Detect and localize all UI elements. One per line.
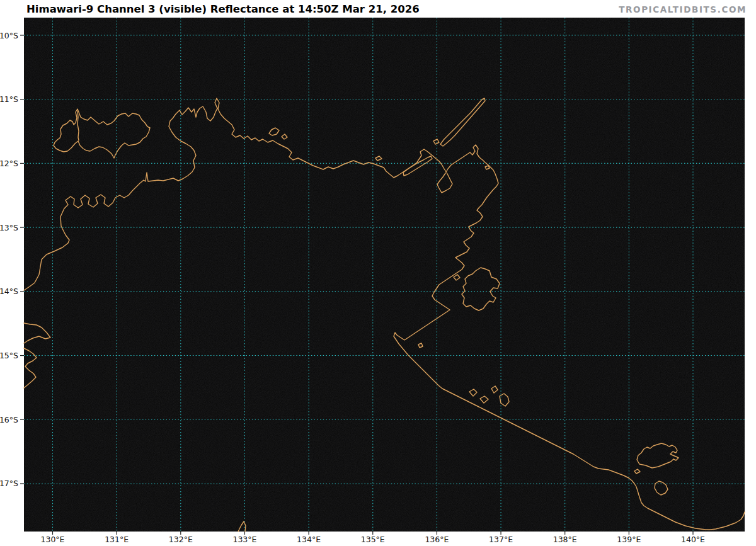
- lat-label: 12°S: [0, 159, 18, 168]
- lat-label: 15°S: [0, 351, 18, 360]
- lat-label: 13°S: [0, 223, 18, 232]
- lat-label: 17°S: [0, 479, 18, 488]
- lon-label: 133°E: [232, 535, 256, 544]
- lon-label: 137°E: [489, 535, 513, 544]
- lat-label: 16°S: [0, 415, 18, 424]
- lon-label: 130°E: [40, 535, 64, 544]
- lon-label: 138°E: [553, 535, 577, 544]
- lat-label: 11°S: [0, 94, 18, 104]
- lat-label: 10°S: [0, 31, 18, 40]
- satellite-image-page: Himawari-9 Channel 3 (visible) Reflectan…: [0, 0, 756, 546]
- lon-label: 136°E: [425, 535, 449, 544]
- lat-label: 14°S: [0, 287, 18, 296]
- lon-label: 131°E: [105, 535, 129, 544]
- lon-label: 140°E: [681, 535, 705, 544]
- lon-label: 139°E: [617, 535, 641, 544]
- satellite-map: 10°S11°S12°S13°S14°S15°S16°S17°S130°E131…: [0, 0, 756, 546]
- lon-label: 135°E: [361, 535, 385, 544]
- lon-label: 132°E: [169, 535, 193, 544]
- sensor-noise-layer: [24, 18, 745, 532]
- lon-label: 134°E: [297, 535, 321, 544]
